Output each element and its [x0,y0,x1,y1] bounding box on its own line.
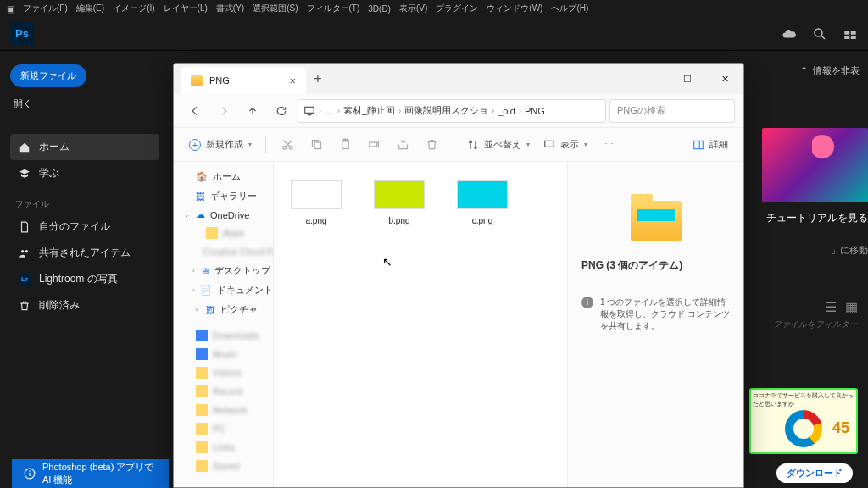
explorer-titlebar[interactable]: PNG × + — ☐ ✕ [174,64,743,94]
nav-desktop[interactable]: ›🖥デスクトップ [177,261,270,280]
menu-plugins[interactable]: プラグイン [436,3,478,14]
tutorial-thumbnail[interactable] [762,128,868,202]
sort-button[interactable]: 並べ替え ▾ [462,133,535,157]
nav-blurred[interactable]: Creative Cloud Fil [177,242,270,261]
back-button[interactable] [182,99,208,123]
list-view-icon[interactable]: ☰ [825,299,837,315]
breadcrumb-seg[interactable]: PNG [525,106,545,116]
address-box[interactable]: › … › 素材_静止画 › 画像説明用スクショ › _old › PNG [298,99,606,123]
nav-home[interactable]: 🏠ホーム [177,167,270,186]
file-item[interactable]: b.png [370,180,428,469]
forward-button[interactable] [211,99,236,123]
tutorial-link[interactable]: チュートリアルを見る [741,202,868,225]
cut-button[interactable] [275,133,300,157]
menu-window[interactable]: ウィンドウ(W) [487,3,542,14]
folder-icon [196,330,208,341]
home-icon: 🏠 [196,171,208,182]
folder-icon [196,441,208,453]
share-button[interactable] [390,133,415,157]
menu-type[interactable]: 書式(Y) [216,3,244,14]
nav-gallery[interactable]: 🖼ギャラリー [177,186,270,206]
breadcrumb-seg[interactable]: 素材_静止画 [343,104,395,117]
open-link[interactable]: 開く [14,97,159,110]
breadcrumb-seg[interactable]: _old [498,106,515,116]
menu-select[interactable]: 選択範囲(S) [253,3,298,14]
nav-home[interactable]: ホーム [10,134,159,160]
search-input[interactable]: PNGの検索 [609,99,735,123]
breadcrumb-seg[interactable]: 画像説明用スクショ [404,104,488,117]
nav-onedrive[interactable]: ⌄☁OneDrive [177,206,270,224]
ps-top-bar: Ps [0,17,868,51]
new-tab-button[interactable]: + [306,64,330,94]
filter-placeholder[interactable]: ファイルをフィルター [741,315,868,330]
chevron-down-icon[interactable]: ⌄ [182,211,191,219]
file-thumbnail [291,180,342,209]
chevron-up-icon: ⌃ [800,65,808,76]
nav-blurred[interactable]: Links [177,438,270,457]
folder-icon [196,348,208,360]
ad-card[interactable]: ココナラでサービスを購入して良かったと思いますか 45 [749,388,858,454]
info-icon: i [581,297,593,308]
more-button[interactable]: ⋯ [596,133,621,157]
nav-blurred[interactable]: Saved [177,457,270,475]
menu-help[interactable]: ヘルプ(H) [551,3,588,14]
nav-pictures[interactable]: ›🖼ピクチャ [177,300,270,319]
nav-shared[interactable]: 共有されたアイテム [10,240,159,266]
detail-pane-button[interactable]: 詳細 [687,133,733,157]
people-icon [19,247,31,259]
view-button[interactable]: 表示 ▾ [538,133,593,157]
nav-blurred[interactable]: Music [177,345,270,363]
nav-blurred[interactable]: Downloads [177,326,270,345]
refresh-button[interactable] [269,99,294,123]
file-pane[interactable]: a.png b.png c.png ↖ [274,162,567,487]
menu-3d[interactable]: 3D(D) [368,4,391,14]
nav-blurred[interactable]: PC [177,419,270,438]
paste-button[interactable] [332,133,358,157]
ps-bottom-banner[interactable]: Photoshop (beta) アプリで AI 機能 [12,459,169,488]
gift-icon[interactable] [843,26,858,42]
svg-point-7 [25,249,28,252]
menu-image[interactable]: イメージ(I) [113,3,154,14]
copy-button[interactable] [303,133,329,157]
delete-button[interactable] [419,133,444,157]
menu-view[interactable]: 表示(V) [399,3,427,14]
svg-rect-4 [844,36,849,39]
chevron-right-icon[interactable]: › [192,286,195,294]
svg-line-1 [821,36,825,39]
menu-layer[interactable]: レイヤー(L) [164,3,208,14]
nav-lightroom[interactable]: Lr Lightroom の写真 [10,266,159,292]
file-item[interactable]: c.png [453,180,511,469]
svg-point-0 [815,29,822,36]
info-toggle[interactable]: ⌃ 情報を非表 [741,51,868,77]
nav-blurred[interactable]: Recent [177,382,270,401]
search-icon[interactable] [812,26,827,42]
nav-blurred[interactable]: Apps [177,224,270,242]
chevron-right-icon[interactable]: › [192,267,195,274]
breadcrumb-seg[interactable]: … [325,106,334,116]
nav-blurred[interactable]: Videos [177,363,270,382]
maximize-button[interactable]: ☐ [669,64,706,94]
cloud-icon[interactable] [782,26,797,42]
nav-blurred[interactable]: Network [177,401,270,419]
nav-my-files[interactable]: 自分のファイル [10,214,159,240]
rename-button[interactable] [361,133,387,157]
nav-deleted[interactable]: 削除済み [10,292,159,319]
menu-edit[interactable]: 編集(E) [76,3,104,14]
menu-filter[interactable]: フィルター(T) [307,3,360,14]
grid-view-icon[interactable]: ▦ [845,299,858,315]
menu-file[interactable]: ファイル(F) [23,3,68,14]
minimize-button[interactable]: — [632,64,669,94]
tab-close-icon[interactable]: × [289,75,296,87]
nav-learn[interactable]: 学ぶ [10,160,159,186]
file-item[interactable]: a.png [287,180,345,469]
chevron-right-icon[interactable]: › [192,306,201,313]
new-file-button[interactable]: 新規ファイル [10,64,86,87]
new-button[interactable]: + 新規作成 ▾ [184,133,257,157]
nav-documents[interactable]: ›📄ドキュメント [177,280,270,300]
download-button[interactable]: ダウンロード [776,463,853,483]
up-button[interactable] [240,99,265,123]
close-button[interactable]: ✕ [706,64,743,94]
picture-icon: 🖼 [206,305,215,315]
ps-left-panel: 新規ファイル 開く ホーム 学ぶ ファイル 自分のファイル 共有されたアイテム [0,51,170,488]
explorer-tab[interactable]: PNG × [181,67,306,94]
